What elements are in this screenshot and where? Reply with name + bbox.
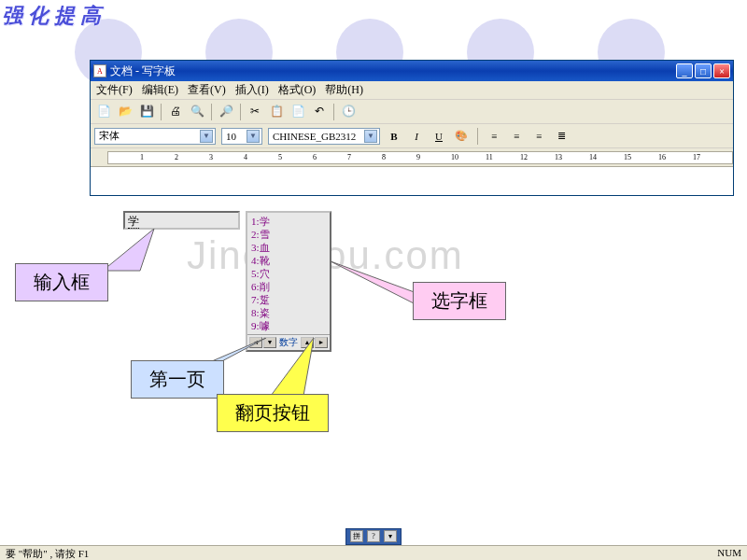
- menu-help[interactable]: 帮助(H): [325, 82, 363, 98]
- ruler-mark: 1: [140, 153, 144, 161]
- callout-pointer: [271, 338, 336, 398]
- paste-icon[interactable]: 📄: [289, 103, 307, 121]
- page-title-decor: 强化提高: [2, 2, 106, 30]
- font-size-combo[interactable]: 10 ▼: [221, 128, 262, 145]
- status-bar: 要 "帮助" , 请按 F1 NUM: [0, 545, 747, 560]
- candidate-item[interactable]: 2:雪: [251, 228, 326, 241]
- font-name-combo[interactable]: 宋体 ▼: [94, 128, 216, 145]
- menu-view[interactable]: 查看(V): [188, 82, 226, 98]
- maximize-button[interactable]: □: [695, 63, 712, 78]
- candidate-item[interactable]: 9:噱: [251, 319, 326, 332]
- edit-area[interactable]: [91, 167, 733, 195]
- ruler-mark: 16: [658, 153, 666, 161]
- menu-insert[interactable]: 插入(I): [235, 82, 269, 98]
- chevron-down-icon[interactable]: ▼: [200, 130, 213, 143]
- ruler[interactable]: 1234567891011121314151617: [91, 148, 733, 167]
- callout-pointer: [103, 229, 159, 275]
- align-right-icon[interactable]: ≡: [530, 128, 547, 145]
- font-size-value: 10: [226, 131, 236, 142]
- callout-select-box: 选字框: [413, 282, 506, 320]
- format-bar: 宋体 ▼ 10 ▼ CHINESE_GB2312 ▼ B I U 🎨 ≡ ≡ ≡…: [91, 124, 733, 148]
- candidate-list: 1:学2:雪3:血4:靴5:穴6:削7:踅8:粢9:噱: [247, 213, 330, 334]
- svg-marker-1: [331, 261, 419, 306]
- ruler-mark: 7: [347, 153, 351, 161]
- ruler-mark: 6: [313, 153, 317, 161]
- ruler-mark: 11: [486, 153, 493, 161]
- ruler-mark: 4: [244, 153, 247, 161]
- ruler-mark: 2: [175, 153, 178, 161]
- status-help: 要 "帮助" , 请按 F1: [6, 547, 89, 559]
- font-name-value: 宋体: [99, 129, 120, 143]
- ruler-mark: 14: [589, 153, 597, 161]
- ruler-mark: 17: [693, 153, 700, 161]
- toolbar: 📄 📂 💾 🖨 🔍 🔎 ✂ 📋 📄 ↶ 🕒: [91, 100, 733, 124]
- status-num: NUM: [717, 547, 741, 559]
- candidate-item[interactable]: 7:踅: [251, 293, 326, 306]
- ruler-mark: 13: [555, 153, 562, 161]
- svg-marker-0: [103, 229, 154, 271]
- titlebar[interactable]: A 文档 - 写字板 _ □ ×: [91, 61, 733, 81]
- options-icon[interactable]: ▾: [384, 530, 397, 542]
- align-left-icon[interactable]: ≡: [486, 128, 502, 145]
- print-icon[interactable]: 🖨: [166, 103, 185, 121]
- menubar: 文件(F) 编辑(E) 查看(V) 插入(I) 格式(O) 帮助(H): [91, 81, 733, 100]
- charset-value: CHINESE_GB2312: [273, 131, 356, 142]
- app-icon: A: [93, 64, 106, 77]
- bullets-icon[interactable]: ≣: [553, 128, 570, 145]
- wordpad-window: A 文档 - 写字板 _ □ × 文件(F) 编辑(E) 查看(V) 插入(I)…: [90, 60, 734, 196]
- ime-input-text: 学: [128, 215, 139, 229]
- new-icon[interactable]: 📄: [94, 103, 113, 121]
- ruler-mark: 8: [382, 153, 386, 161]
- ruler-mark: 3: [209, 153, 213, 161]
- candidate-item[interactable]: 8:粢: [251, 306, 326, 319]
- callout-page-button: 翻页按钮: [217, 394, 329, 432]
- ruler-mark: 5: [278, 153, 282, 161]
- callout-input-box: 输入框: [15, 263, 108, 301]
- help-icon[interactable]: ?: [367, 530, 380, 542]
- bold-button[interactable]: B: [386, 128, 402, 145]
- svg-marker-3: [271, 338, 314, 396]
- charset-combo[interactable]: CHINESE_GB2312 ▼: [268, 128, 380, 145]
- ime-candidate-box: 1:学2:雪3:血4:靴5:穴6:削7:踅8:粢9:噱 ◄ ▼ 数字 ▲ ►: [246, 211, 331, 352]
- close-button[interactable]: ×: [713, 63, 730, 78]
- ruler-mark: 10: [451, 153, 458, 161]
- italic-button[interactable]: I: [408, 128, 425, 145]
- datetime-icon[interactable]: 🕒: [339, 103, 358, 121]
- underline-button[interactable]: U: [430, 128, 447, 145]
- copy-icon[interactable]: 📋: [267, 103, 286, 121]
- find-icon[interactable]: 🔎: [217, 103, 235, 121]
- window-title: 文档 - 写字板: [110, 63, 676, 79]
- candidate-item[interactable]: 5:穴: [251, 267, 326, 280]
- save-icon[interactable]: 💾: [137, 103, 156, 121]
- candidate-item[interactable]: 6:削: [251, 280, 326, 293]
- ruler-mark: 9: [416, 153, 420, 161]
- preview-icon[interactable]: 🔍: [188, 103, 206, 121]
- callout-pointer: [331, 261, 424, 308]
- color-button[interactable]: 🎨: [453, 128, 470, 145]
- minimize-button[interactable]: _: [676, 63, 693, 78]
- chevron-down-icon[interactable]: ▼: [247, 130, 260, 143]
- candidate-item[interactable]: 3:血: [251, 241, 326, 254]
- candidate-item[interactable]: 1:学: [251, 215, 326, 228]
- ime-icon[interactable]: 拼: [350, 530, 363, 542]
- callout-first-page: 第一页: [131, 360, 224, 399]
- ime-input-box[interactable]: 学: [123, 211, 240, 230]
- align-center-icon[interactable]: ≡: [508, 128, 525, 145]
- menu-file[interactable]: 文件(F): [96, 82, 133, 98]
- open-icon[interactable]: 📂: [116, 103, 134, 121]
- chevron-down-icon[interactable]: ▼: [364, 130, 377, 143]
- language-bar: 拼 ? ▾: [0, 528, 747, 545]
- undo-icon[interactable]: ↶: [310, 103, 329, 121]
- ruler-mark: 15: [624, 153, 631, 161]
- candidate-item[interactable]: 4:靴: [251, 254, 326, 267]
- cut-icon[interactable]: ✂: [246, 103, 264, 121]
- menu-format[interactable]: 格式(O): [278, 82, 317, 98]
- menu-edit[interactable]: 编辑(E): [142, 82, 178, 98]
- ruler-mark: 12: [520, 153, 528, 161]
